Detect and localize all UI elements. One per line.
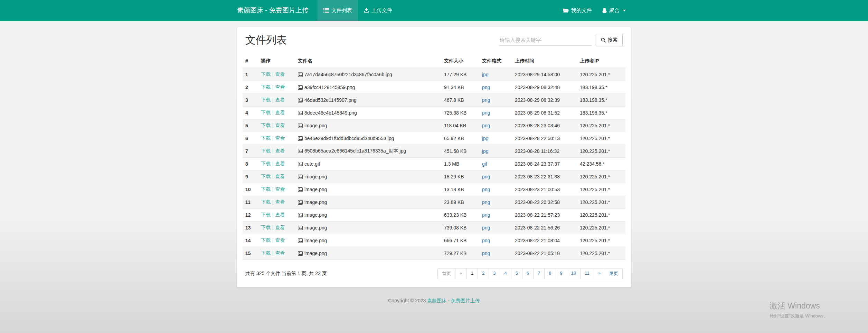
view-link[interactable]: 查看 <box>275 148 285 154</box>
footer-site-link[interactable]: 素颜图床 - 免费图片上传 <box>427 298 480 303</box>
pagination-button[interactable]: 5 <box>511 268 522 279</box>
download-link[interactable]: 下载 <box>261 225 271 230</box>
pagination-button[interactable]: 2 <box>478 268 489 279</box>
format-link[interactable]: jpg <box>482 136 489 141</box>
header-time: 上传时间 <box>512 55 577 68</box>
image-file-icon <box>298 149 303 153</box>
format-link[interactable]: png <box>482 225 490 231</box>
download-link[interactable]: 下载 <box>261 71 271 77</box>
view-link[interactable]: 查看 <box>275 110 285 115</box>
format-link[interactable]: png <box>482 212 490 218</box>
view-link[interactable]: 查看 <box>275 71 285 77</box>
pagination-button[interactable]: 6 <box>522 268 534 279</box>
file-name: image.png <box>304 123 327 128</box>
pagination-button[interactable]: 9 <box>556 268 567 279</box>
view-link[interactable]: 查看 <box>275 186 285 192</box>
action-separator: | <box>272 84 274 90</box>
format-link[interactable]: png <box>482 187 490 192</box>
format-link[interactable]: gif <box>482 161 487 167</box>
tab-file-list[interactable]: 文件列表 <box>318 0 358 21</box>
upload-time: 2023-08-28 11:16:32 <box>512 145 577 158</box>
pagination-button[interactable]: 4 <box>500 268 511 279</box>
format-link[interactable]: png <box>482 123 490 128</box>
pagination-button[interactable]: 7 <box>533 268 545 279</box>
upload-time: 2023-08-24 23:37:37 <box>512 158 577 170</box>
nav-my-files[interactable]: 我的文件 <box>558 0 597 21</box>
file-name: image.png <box>304 251 327 256</box>
watermark-subtitle: 转到“设置”以激活 Windows。 <box>770 313 828 319</box>
uploader-ip: 183.198.35.* <box>577 81 625 94</box>
download-link[interactable]: 下载 <box>261 174 271 179</box>
download-link[interactable]: 下载 <box>261 123 271 128</box>
download-link[interactable]: 下载 <box>261 148 271 154</box>
search-input[interactable] <box>499 35 592 46</box>
view-link[interactable]: 查看 <box>275 199 285 205</box>
table-row: 2下载|查看a39fcc4128145859.png91.34 KBpng202… <box>243 81 625 94</box>
table-row: 11下载|查看image.png23.89 KBpng2023-08-23 20… <box>243 196 625 209</box>
download-link[interactable]: 下载 <box>261 84 271 90</box>
download-link[interactable]: 下载 <box>261 110 271 115</box>
pagination-button[interactable]: 3 <box>489 268 500 279</box>
pagination-button[interactable]: 10 <box>567 268 581 279</box>
download-link[interactable]: 下载 <box>261 237 271 243</box>
table-row: 15下载|查看image.png729.27 KBpng2023-08-22 2… <box>243 247 625 260</box>
format-link[interactable]: jpg <box>482 148 489 154</box>
format-link[interactable]: jpg <box>482 72 489 77</box>
format-link[interactable]: png <box>482 97 490 103</box>
image-file-icon <box>298 175 303 179</box>
view-link[interactable]: 查看 <box>275 97 285 102</box>
nav-aggregate-dropdown[interactable]: 聚合 <box>597 0 631 21</box>
uploader-ip: 183.198.35.* <box>577 107 625 119</box>
file-table: # 操作 文件名 文件大小 文件格式 上传时间 上传者IP 1下载|查看7a17… <box>243 55 625 260</box>
view-link[interactable]: 查看 <box>275 237 285 243</box>
format-link[interactable]: png <box>482 251 490 256</box>
row-index: 10 <box>243 183 258 196</box>
table-row: 9下载|查看image.png18.29 KBpng2023-08-23 22:… <box>243 170 625 183</box>
chevron-down-icon <box>623 10 626 11</box>
file-size: 467.8 KB <box>441 94 479 107</box>
download-link[interactable]: 下载 <box>261 199 271 205</box>
format-link[interactable]: png <box>482 110 490 116</box>
pagination-button[interactable]: 8 <box>544 268 556 279</box>
search-button[interactable]: 搜索 <box>596 34 623 46</box>
format-link[interactable]: png <box>482 238 490 243</box>
upload-time: 2023-08-29 14:58:00 <box>512 68 577 81</box>
table-row: 10下载|查看image.png13.18 KBpng2023-08-23 21… <box>243 183 625 196</box>
pagination-button[interactable]: 11 <box>580 268 594 279</box>
view-link[interactable]: 查看 <box>275 174 285 179</box>
download-link[interactable]: 下载 <box>261 212 271 217</box>
download-link[interactable]: 下载 <box>261 250 271 256</box>
row-index: 6 <box>243 132 258 145</box>
pagination-current-page: 1 <box>466 268 478 279</box>
pagination-button[interactable]: » <box>594 268 605 279</box>
format-link[interactable]: png <box>482 85 490 90</box>
uploader-ip: 120.225.201.* <box>577 68 625 81</box>
row-index: 8 <box>243 158 258 170</box>
upload-time: 2023-08-22 21:57:23 <box>512 209 577 222</box>
view-link[interactable]: 查看 <box>275 84 285 90</box>
file-name: image.png <box>304 187 327 192</box>
format-link[interactable]: png <box>482 199 490 205</box>
pagination-button[interactable]: 尾页 <box>605 268 623 279</box>
download-link[interactable]: 下载 <box>261 97 271 102</box>
download-link[interactable]: 下载 <box>261 186 271 192</box>
format-link[interactable]: png <box>482 174 490 179</box>
view-link[interactable]: 查看 <box>275 250 285 256</box>
search-bar: 搜索 <box>499 34 623 46</box>
brand-link[interactable]: 素颜图床 - 免费图片上传 <box>237 0 309 21</box>
download-link[interactable]: 下载 <box>261 161 271 166</box>
upload-time: 2023-08-28 22:50:13 <box>512 132 577 145</box>
view-link[interactable]: 查看 <box>275 135 285 141</box>
header-filename: 文件名 <box>295 55 441 68</box>
list-icon <box>323 8 329 13</box>
download-link[interactable]: 下载 <box>261 135 271 141</box>
tab-upload[interactable]: 上传文件 <box>358 0 398 21</box>
file-list-card: 文件列表 搜索 # 操作 文件名 文件大小 文件格式 上 <box>237 27 631 287</box>
upload-time: 2023-08-23 20:32:58 <box>512 196 577 209</box>
view-link[interactable]: 查看 <box>275 212 285 217</box>
view-link[interactable]: 查看 <box>275 225 285 230</box>
uploader-ip: 120.225.201.* <box>577 247 625 260</box>
view-link[interactable]: 查看 <box>275 123 285 128</box>
view-link[interactable]: 查看 <box>275 161 285 166</box>
image-file-icon <box>298 162 303 166</box>
